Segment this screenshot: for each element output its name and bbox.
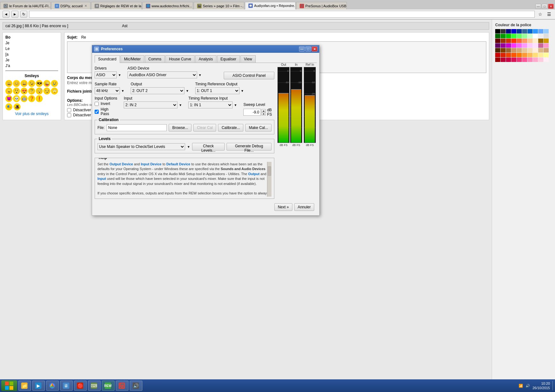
sweep-level-input[interactable]: ▲ ▼ [243,109,266,116]
clear-cal-btn[interactable]: Clear Cal [193,124,216,132]
taskbar-input[interactable]: ⌨ [88,381,101,391]
smiley-5[interactable]: 😎 [36,80,43,87]
color-cell[interactable] [501,43,506,48]
star-button[interactable]: ☆ [537,11,544,18]
levels-dropdown[interactable]: ▼ [187,145,190,149]
cancel-btn[interactable]: Annuler [294,203,314,211]
color-cell[interactable] [527,29,533,34]
tab-view[interactable]: View [240,55,256,63]
tab-audiyofan[interactable]: 💬 Audiyofan.org • Répondre... ✕ [245,2,296,9]
color-cell[interactable] [495,48,500,52]
color-cell[interactable] [511,39,516,43]
taskbar-chrome[interactable] [46,381,59,391]
color-cell[interactable] [495,29,500,34]
smiley-6[interactable]: 😜 [43,80,50,87]
color-cell[interactable] [533,53,538,57]
dialog-maximize[interactable]: □ [305,46,311,52]
color-cell[interactable] [495,43,500,48]
check-levels-btn[interactable]: Check Levels... [192,143,225,150]
window-close[interactable]: ✕ [548,4,554,9]
color-cell[interactable] [522,43,527,48]
color-cell[interactable] [506,34,511,38]
color-cell[interactable] [533,39,538,43]
color-cell[interactable] [517,43,522,48]
color-cell[interactable] [511,53,516,57]
color-cell[interactable] [538,48,543,52]
smileys-checkbox[interactable] [67,113,71,117]
smiley-17[interactable]: 🤖 [21,95,28,102]
color-cell[interactable] [533,34,538,38]
tab-forum[interactable]: 🔊 le Forum de la HAUTE-FI... ✕ [0,2,51,9]
sweep-down[interactable]: ▼ [261,112,266,115]
tab-audiotechno[interactable]: 🌐 www.audiotechno.fr/fichi... ✕ [142,2,193,9]
taskbar-audio[interactable]: 🎵 [116,381,128,391]
sweep-value[interactable] [243,109,261,116]
smiley-10[interactable]: 😍 [21,88,28,95]
back-button[interactable]: ◄ [3,11,9,18]
tab-dspiy[interactable]: D DSPiy, accueil ✕ [51,2,90,9]
taskbar-show-desktop[interactable] [552,381,554,390]
taskbar-rew[interactable]: REW [102,381,115,391]
color-cell[interactable] [517,29,522,34]
sample-rate-select[interactable]: 48 kHz [95,87,120,94]
smiley-13[interactable]: 😏 [43,88,50,95]
url-input[interactable]: audiyofan.org/forum/posting.php?mode=rep… [29,11,535,18]
output-device-link[interactable]: Output Device [109,162,133,166]
color-cell[interactable] [533,58,538,62]
generate-debug-btn[interactable]: Generate Debug File... [227,143,271,150]
taskbar-display[interactable]: 🖥 [60,381,73,391]
timing-ref-input-select[interactable]: 1: IN 1 [188,101,233,108]
color-cell[interactable] [533,48,538,52]
color-cell[interactable] [511,48,516,52]
taskbar-explorer[interactable]: 📁 [18,381,31,391]
color-cell[interactable] [544,29,549,34]
color-cell[interactable] [544,39,549,43]
color-cell[interactable] [506,43,511,48]
color-cell[interactable] [517,48,522,52]
color-cell[interactable] [517,58,522,62]
color-cell[interactable] [511,43,516,48]
forward-button[interactable]: ► [11,11,18,18]
color-cell[interactable] [538,58,543,62]
color-cell[interactable] [501,39,506,43]
dialog-minimize[interactable]: — [299,46,305,52]
color-cell[interactable] [533,29,538,34]
input-select[interactable]: 2: IN 2 [124,101,178,108]
asio-control-panel-btn[interactable]: ASIO Control Panel [224,72,274,79]
help-scrollbar[interactable] [267,162,271,197]
tab-analysis[interactable]: Analysis [195,55,216,63]
smiley-18[interactable]: ❓ [28,95,35,102]
menu-button[interactable]: ☰ [546,11,552,18]
browse-btn[interactable]: Browse... [169,124,191,132]
color-cell[interactable] [506,39,511,43]
smiley-15[interactable]: 👿 [5,95,12,102]
color-cell[interactable] [501,58,506,62]
tab-series[interactable]: 🎬 Series » page 10 » Film -... ✕ [194,2,244,9]
taskbar-media[interactable]: ▶ [32,381,45,391]
smiley-9[interactable]: 😲 [13,88,20,95]
calibration-file-input[interactable] [107,124,167,131]
start-button[interactable] [1,380,17,391]
smileys-more-link[interactable]: Voir plus de smileys [5,112,58,116]
color-cell[interactable] [527,34,533,38]
smiley-19[interactable]: ❗ [36,95,43,102]
color-cell[interactable] [527,43,533,48]
color-cell[interactable] [511,34,516,38]
smiley-3[interactable]: 😄 [21,80,28,87]
help-scrollbar-thumb[interactable] [268,166,271,176]
asio-dropdown-icon[interactable]: ▼ [198,73,202,77]
color-cell[interactable] [517,53,522,57]
default-device-link[interactable]: Default Device [166,162,190,166]
smiley-16[interactable]: 💀 [13,95,20,102]
high-pass-checkbox[interactable] [95,110,99,114]
smiley-11[interactable]: 🤔 [28,88,35,95]
sweep-spinner[interactable]: ▲ ▼ [261,109,266,115]
smiley-14[interactable]: 🙄 [51,88,58,95]
color-cell[interactable] [544,43,549,48]
color-cell[interactable] [522,53,527,57]
taskbar-ccleaner[interactable]: 🔴 [74,381,87,391]
color-cell[interactable] [517,34,522,38]
next-btn[interactable]: Next » [274,203,292,211]
timing-ref-input-dropdown[interactable]: ▼ [234,103,237,107]
tab-equaliser[interactable]: Equaliser [217,55,240,63]
